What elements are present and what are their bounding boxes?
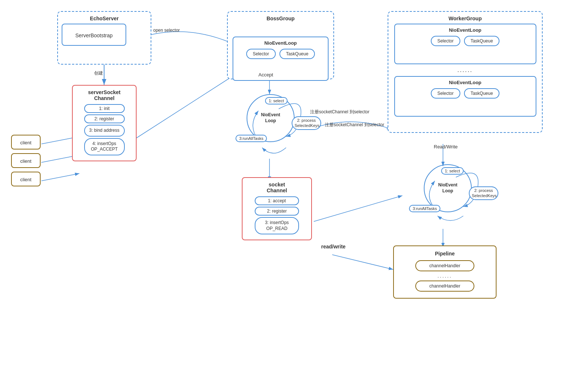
boss-selector-pill: Selector	[246, 49, 276, 59]
svg-line-9	[314, 196, 402, 221]
pipeline-handler2: channelHandler	[415, 281, 474, 292]
boss-step3: 3:runAllTasks	[236, 135, 267, 142]
open-selector-label: open selector	[153, 28, 180, 33]
pipeline-dots: ......	[398, 273, 491, 279]
svg-line-5	[41, 173, 79, 181]
pipeline-label: Pipeline	[398, 251, 491, 257]
pipeline-handler1: channelHandler	[415, 260, 474, 271]
svg-line-6	[133, 74, 236, 140]
client-1: client	[11, 135, 41, 149]
worker-dots-top: ......	[392, 67, 538, 73]
boss-step1: 1: select	[265, 97, 288, 104]
boss-taskqueue-pill: TaskQueue	[279, 49, 315, 59]
diagram-container: EchoServer ServerBootstrap 创建 serverSock…	[0, 0, 584, 392]
boss-group-outer: BossGroup NioEventLoop Selector TaskQueu…	[227, 11, 334, 79]
boss-nioeventloop-label: NioEventLoop	[236, 40, 325, 46]
ssc-step2: 2: register	[84, 114, 125, 123]
socket-channel-box: socketChannel 1: accept 2: register 3: i…	[242, 177, 312, 240]
ssc-step1: 1: init	[84, 104, 125, 113]
boss-group-label: BossGroup	[231, 16, 330, 21]
worker-selector2-pill: Selector	[431, 88, 460, 99]
svg-line-12	[332, 255, 393, 269]
server-bootstrap-box: ServerBootstrap	[62, 24, 126, 46]
client-3: client	[11, 172, 41, 186]
create-label: 创建	[94, 70, 103, 76]
accept-label: Accept	[258, 72, 273, 78]
client-2: client	[11, 153, 41, 168]
sc-step3: 3: insertOps OP_READ	[255, 217, 299, 234]
pipeline-box: Pipeline channelHandler ...... channelHa…	[393, 245, 497, 299]
server-socket-channel-box: serverSocketChannel 1: init 2: register …	[72, 85, 137, 161]
worker-register-label: 注册socketChannel 到selector	[325, 122, 384, 128]
boss-nioeventloop-group: NioEventLoop Selector TaskQueue	[233, 37, 329, 81]
worker-selector1-pill: Selector	[431, 36, 460, 46]
echo-server-group: EchoServer ServerBootstrap	[57, 11, 151, 65]
worker-nioeventloop2-group: NioEventLoop Selector TaskQueue	[394, 76, 536, 117]
worker-nel2-label: NioEventLoop	[398, 80, 533, 85]
boss-step2: 2: process SelectedKeys	[292, 116, 321, 130]
boss-loop-label: NioEventLoop	[261, 112, 280, 124]
worker-taskqueue2-pill: TaskQueue	[464, 88, 500, 99]
worker-loop-label: NioEventLoop	[438, 182, 457, 194]
echo-server-label: EchoServer	[62, 16, 147, 21]
worker-nioeventloop1-group: NioEventLoop Selector TaskQueue	[394, 24, 536, 64]
sc-step2: 2: register	[255, 207, 299, 216]
sc-label: socketChannel	[245, 182, 308, 193]
boss-register-label: 注册socketChannel 到selector	[310, 109, 370, 115]
worker-group-label: WorkerGroup	[392, 16, 538, 21]
ssc-label: serverSocketChannel	[76, 89, 133, 101]
worker-nel1-label: NioEventLoop	[398, 27, 533, 33]
read-write-label: Read/Write	[434, 144, 458, 149]
worker-step2: 2: process SelectedKeys	[469, 186, 498, 200]
worker-step1: 1: select	[441, 167, 464, 175]
sc-step1: 1: accept	[255, 196, 299, 205]
worker-step3: 3:runAllTasks	[409, 205, 440, 212]
worker-group-outer: WorkerGroup NioEventLoop Selector TaskQu…	[388, 11, 543, 133]
pipeline-readwrite-label: read/write	[321, 244, 346, 250]
worker-taskqueue1-pill: TaskQueue	[464, 36, 500, 46]
ssc-step3: 3: bind address	[84, 125, 125, 137]
ssc-step4: 4: insertOps OP_ACCEPT	[84, 138, 125, 155]
